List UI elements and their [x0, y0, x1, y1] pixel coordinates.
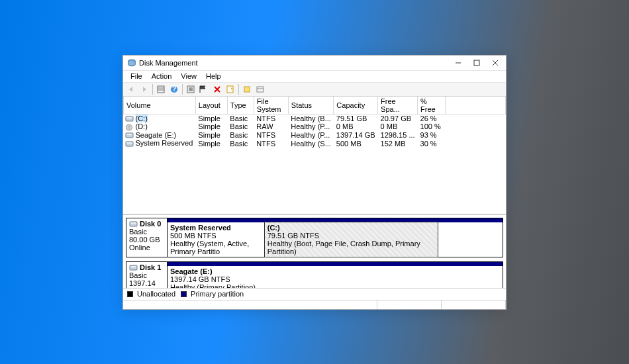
svg-rect-25 [126, 142, 132, 144]
cell-fs: NTFS [254, 131, 288, 140]
cell-status: Healthy (P... [288, 131, 334, 140]
cell-type: Basic [227, 114, 254, 122]
cell-status: Healthy (P... [288, 122, 334, 131]
list-view-icon[interactable] [254, 83, 267, 95]
menu-file[interactable]: File [126, 71, 147, 81]
col-volume[interactable]: Volume [124, 97, 196, 114]
volume-list-empty-area[interactable] [123, 148, 506, 214]
forward-button[interactable] [138, 83, 151, 95]
volume-name: System Reserved [136, 139, 193, 147]
cell-free: 152 MB [378, 139, 418, 148]
disk-management-window: Disk Management File Action View Help ? [122, 55, 507, 310]
refresh-button[interactable] [184, 83, 197, 95]
disk-partitions: System Reserved500 MB NTFSHealthy (Syste… [167, 218, 503, 257]
disk-row[interactable]: Disk 1Basic1397.14 GBOnlineSeagate (E:)1… [126, 261, 503, 288]
properties-button[interactable] [224, 83, 237, 95]
disk-label[interactable]: Disk 1Basic1397.14 GBOnline [126, 261, 167, 288]
disk-icon [129, 220, 138, 228]
minimize-button[interactable] [449, 56, 467, 69]
legend: Unallocated Primary partition [123, 288, 506, 300]
partition-sub: 500 MB NTFS [170, 232, 262, 240]
col-status[interactable]: Status [288, 97, 334, 114]
svg-point-21 [128, 126, 129, 128]
drive-icon [125, 140, 134, 148]
partition-title: (C:) [267, 224, 435, 232]
col-capacity[interactable]: Capacity [334, 97, 378, 114]
cell-layout: Simple [195, 122, 227, 131]
cell-fs: NTFS [254, 139, 288, 148]
volume-row[interactable]: Seagate (E:)SimpleBasicNTFSHealthy (P...… [124, 131, 506, 140]
menubar: File Action View Help [123, 70, 506, 82]
partition-status: Healthy (System, Active, Primary Partiti… [170, 240, 262, 255]
cell-pct: 26 % [418, 114, 446, 122]
col-layout[interactable]: Layout [195, 97, 227, 114]
maximize-button[interactable] [467, 56, 486, 69]
window-title: Disk Management [139, 59, 449, 67]
cell-capacity: 0 MB [334, 122, 378, 131]
menu-action[interactable]: Action [147, 71, 177, 81]
delete-button[interactable] [211, 83, 224, 95]
close-button[interactable] [486, 56, 505, 69]
flag-icon[interactable] [197, 83, 211, 95]
svg-rect-15 [244, 87, 250, 92]
cell-type: Basic [227, 122, 254, 131]
col-fs[interactable]: File System [254, 97, 288, 114]
cell-fs: RAW [254, 122, 288, 131]
partition-box[interactable]: Seagate (E:)1397.14 GB NTFSHealthy (Prim… [168, 266, 503, 288]
help-button[interactable]: ? [168, 83, 181, 95]
cell-capacity: 500 MB [334, 139, 378, 148]
svg-rect-23 [126, 134, 132, 135]
col-type[interactable]: Type [227, 97, 254, 114]
partition-box[interactable]: System Reserved500 MB NTFSHealthy (Syste… [168, 222, 265, 257]
disk-size: 80.00 GB [129, 236, 164, 244]
svg-rect-27 [130, 222, 136, 224]
cell-capacity: 79.51 GB [334, 114, 378, 122]
volume-row[interactable]: (D:)SimpleBasicRAWHealthy (P...0 MB0 MB1… [124, 122, 506, 131]
menu-help[interactable]: Help [201, 71, 226, 81]
cell-pct: 100 % [418, 122, 446, 131]
statusbar [123, 300, 506, 309]
disk-row[interactable]: Disk 0Basic80.00 GBOnlineSystem Reserved… [126, 218, 503, 257]
cell-free: 1298.15 ... [378, 131, 418, 140]
new-volume-icon[interactable] [240, 83, 254, 95]
col-free[interactable]: Free Spa... [378, 97, 418, 114]
graphical-scroll-area[interactable]: Disk 0Basic80.00 GBOnlineSystem Reserved… [123, 215, 506, 288]
col-pct[interactable]: % Free [418, 97, 446, 114]
svg-rect-2 [474, 60, 479, 66]
svg-rect-16 [257, 87, 264, 92]
svg-rect-11 [189, 87, 193, 91]
cell-free: 0 MB [378, 122, 418, 131]
toolbar-separator [182, 84, 183, 95]
volume-row[interactable]: System ReservedSimpleBasicNTFSHealthy (S… [124, 139, 506, 148]
cell-type: Basic [227, 131, 254, 140]
legend-unallocated-label: Unallocated [137, 290, 175, 298]
graphical-view: Disk 0Basic80.00 GBOnlineSystem Reserved… [123, 215, 506, 300]
show-hide-tree-button[interactable] [154, 83, 168, 95]
volume-row[interactable]: (C:)SimpleBasicNTFSHealthy (B...79.51 GB… [124, 114, 506, 122]
svg-text:?: ? [172, 85, 177, 93]
volume-name: Seagate (E:) [136, 131, 177, 139]
disk-partitions: Seagate (E:)1397.14 GB NTFSHealthy (Prim… [167, 261, 503, 288]
volume-list: Volume Layout Type File System Status Ca… [123, 97, 506, 215]
volume-name: (C:) [136, 114, 148, 122]
cell-layout: Simple [195, 139, 227, 148]
legend-primary-swatch [181, 291, 187, 297]
partition-status: Healthy (Boot, Page File, Crash Dump, Pr… [267, 240, 435, 255]
cell-status: Healthy (S... [288, 139, 334, 148]
menu-view[interactable]: View [176, 71, 201, 81]
legend-primary-label: Primary partition [191, 290, 244, 298]
disk-state: Online [129, 244, 164, 251]
disk-type: Basic [129, 271, 164, 279]
disk-size: 1397.14 GB [129, 279, 164, 287]
svg-rect-29 [130, 266, 136, 267]
volume-name: (D:) [136, 122, 148, 130]
partition-box[interactable]: (C:)79.51 GB NTFSHealthy (Boot, Page Fil… [264, 222, 438, 257]
back-button[interactable] [124, 83, 138, 95]
toolbar: ? [123, 82, 506, 97]
partition-title: Seagate (E:) [170, 267, 500, 275]
titlebar[interactable]: Disk Management [123, 56, 506, 70]
app-icon [127, 58, 136, 68]
disk-label[interactable]: Disk 0Basic80.00 GBOnline [126, 218, 167, 257]
cell-pct: 30 % [418, 139, 446, 148]
toolbar-separator [152, 84, 153, 95]
